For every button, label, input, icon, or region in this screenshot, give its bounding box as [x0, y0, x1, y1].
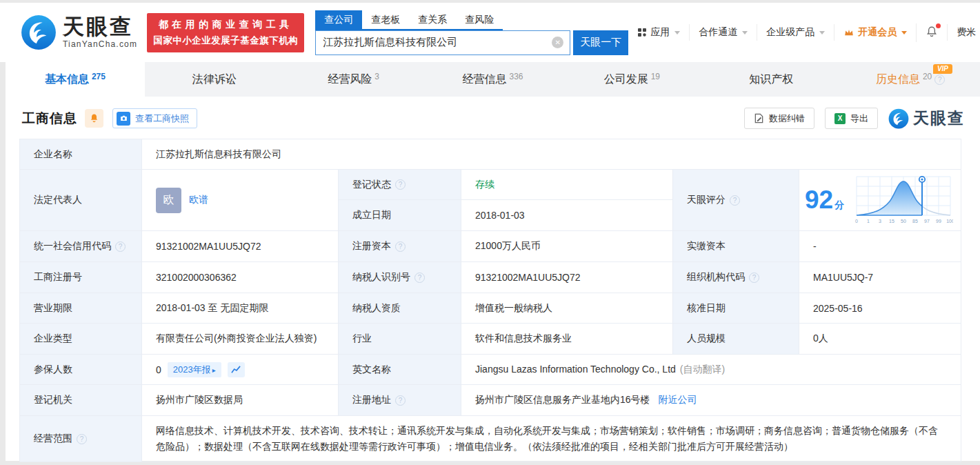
- tab-count: 19: [651, 72, 660, 81]
- annual-report-badge[interactable]: 2023年报: [168, 362, 221, 377]
- nav-enterprise-label: 企业级产品: [766, 26, 814, 39]
- search-tabs: 查公司 查老板 查关系 查风险: [315, 10, 503, 30]
- banner-line1: 都在用的商业查询工具: [153, 19, 298, 31]
- tianyancha-logo[interactable]: 天眼查 TianYanCha.com: [21, 14, 137, 50]
- tab-label: 经营信息: [462, 72, 506, 87]
- svg-text:99: 99: [936, 219, 941, 224]
- insured-count: 0: [156, 364, 161, 375]
- industry-value: 软件和信息技术服务业: [475, 333, 572, 344]
- camera-icon: [117, 112, 130, 126]
- legal-rep-link[interactable]: 欧谱: [189, 194, 208, 206]
- business-scope-value: 网络信息技术、计算机技术开发、技术咨询、技术转让；通讯系统开发与集成，自动化系统…: [156, 416, 952, 462]
- score-label: 天眼评分: [687, 194, 726, 206]
- tab-count: 275: [92, 72, 106, 81]
- nav-partner-label: 合作通道: [699, 26, 737, 39]
- staff-size-label: 人员规模: [687, 333, 726, 344]
- taxpayer-quality-value: 增值税一般纳税人: [475, 302, 552, 313]
- search-input[interactable]: [316, 37, 552, 48]
- nav-vip[interactable]: 开通会员: [834, 24, 916, 41]
- edit-correction-icon: [754, 113, 764, 123]
- tab-count: 20: [923, 72, 932, 81]
- svg-text:1: 1: [867, 219, 870, 224]
- tab-intellectual-property[interactable]: 知识产权: [701, 62, 841, 97]
- chevron-down-icon: [819, 31, 825, 34]
- address-value: 扬州市广陵区信息服务产业基地内16号楼: [475, 394, 650, 405]
- taxpayer-id-value: 91321002MA1UU5JQ72: [475, 272, 581, 283]
- search-area: 查公司 查老板 查关系 查风险 天眼一下: [315, 10, 628, 55]
- reg-capital-label: 注册资本: [352, 240, 391, 253]
- table-row: 工商注册号 321002000306362 纳税人识别号 91321002MA1…: [20, 262, 961, 293]
- nav-notifications[interactable]: [916, 23, 947, 42]
- data-correction-button[interactable]: 数据纠错: [744, 108, 814, 129]
- search-tab-boss[interactable]: 查老板: [362, 10, 409, 29]
- tab-legal[interactable]: 法律诉讼: [145, 62, 284, 97]
- svg-text:15: 15: [889, 219, 894, 224]
- search-box: [315, 30, 570, 55]
- credit-code-label: 统一社会信用代码: [34, 240, 111, 253]
- reg-capital-value: 21000万人民币: [475, 240, 541, 251]
- nav-enterprise[interactable]: 企业级产品: [757, 24, 834, 41]
- legal-rep-label: 法定代表人: [34, 194, 82, 205]
- search-button[interactable]: 天眼一下: [573, 30, 628, 55]
- correction-label: 数据纠错: [769, 112, 805, 125]
- nav-apps[interactable]: 应用: [628, 24, 689, 41]
- promo-banner: 都在用的商业查询工具 国家中小企业发展子基金旗下机构: [147, 13, 304, 52]
- tab-count: 3: [374, 72, 379, 81]
- site-header: 天眼查 TianYanCha.com 都在用的商业查询工具 国家中小企业发展子基…: [0, 3, 980, 62]
- nav-user[interactable]: 费米: [947, 24, 980, 41]
- table-row: 法定代表人 欧 欧谱 登记状态 存续 天眼评分 92分: [20, 170, 961, 200]
- search-tab-risk[interactable]: 查风险: [456, 10, 503, 29]
- watermark-label: 天眼查: [913, 108, 965, 129]
- credit-code-value: 91321002MA1UU5JQ72: [156, 241, 261, 252]
- tab-label: 经营风险: [328, 72, 372, 87]
- tab-company-development[interactable]: 公司发展 19: [562, 62, 701, 97]
- legal-rep-avatar[interactable]: 欧: [156, 188, 181, 213]
- nav-partner[interactable]: 合作通道: [689, 24, 757, 41]
- paid-capital-label: 实缴资本: [687, 240, 726, 251]
- org-code-label: 组织机构代码: [687, 271, 745, 284]
- help-icon[interactable]: [395, 179, 406, 190]
- search-tab-relation[interactable]: 查关系: [409, 10, 456, 29]
- score-unit: 分: [834, 199, 844, 210]
- company-name-value: 江苏拉扎斯信息科技有限公司: [156, 148, 281, 159]
- crown-icon: [843, 28, 854, 37]
- taxpayer-id-label: 纳税人识别号: [352, 271, 410, 284]
- trend-chart-icon[interactable]: [228, 362, 245, 377]
- help-icon[interactable]: [414, 273, 425, 283]
- help-icon[interactable]: [730, 195, 740, 206]
- top-nav: 应用 合作通道 企业级产品 开通会员: [628, 23, 980, 42]
- search-clear-icon[interactable]: [552, 37, 563, 48]
- svg-text:50: 50: [901, 219, 906, 224]
- nav-apps-label: 应用: [650, 26, 670, 39]
- help-icon[interactable]: [115, 241, 126, 252]
- tab-history-info[interactable]: VIP 历史信息 20: [841, 62, 980, 97]
- export-button[interactable]: X 导出: [825, 108, 878, 129]
- tianyancha-swirl-icon: [21, 14, 57, 50]
- help-icon[interactable]: [934, 75, 945, 85]
- score-axis-ticks: 0 1 3 15 50 85 97 99 100: [855, 219, 953, 224]
- company-name-label: 企业名称: [34, 148, 72, 159]
- tab-label: 公司发展: [604, 72, 648, 87]
- nearby-companies-link[interactable]: 附近公司: [658, 394, 697, 405]
- tab-basic-info[interactable]: 基本信息 275: [6, 62, 145, 97]
- company-type-value: 有限责任公司(外商投资企业法人独资): [156, 333, 317, 344]
- vip-badge: VIP: [933, 64, 952, 74]
- help-icon[interactable]: [395, 395, 406, 406]
- snapshot-button[interactable]: 查看工商快照: [112, 108, 197, 128]
- search-row: 天眼一下: [315, 30, 628, 55]
- help-icon[interactable]: [749, 273, 759, 283]
- tab-operating-risk[interactable]: 经营风险 3: [284, 62, 423, 97]
- svg-text:3: 3: [879, 219, 881, 224]
- tab-label: 基本信息: [45, 72, 89, 87]
- notification-bell-icon: [926, 26, 938, 40]
- auto-translate-note: (自动翻译): [680, 364, 725, 375]
- watermark-logo: 天眼查: [888, 108, 965, 129]
- tab-business-info[interactable]: 经营信息 336: [423, 62, 563, 97]
- tianyan-score: 92分: [805, 174, 958, 226]
- monitor-bell-button[interactable]: [85, 109, 103, 128]
- establish-date-label: 成立日期: [352, 209, 391, 220]
- registry-label: 登记机关: [34, 394, 72, 405]
- help-icon[interactable]: [77, 434, 87, 444]
- search-tab-company[interactable]: 查公司: [315, 10, 362, 29]
- help-icon[interactable]: [395, 241, 406, 252]
